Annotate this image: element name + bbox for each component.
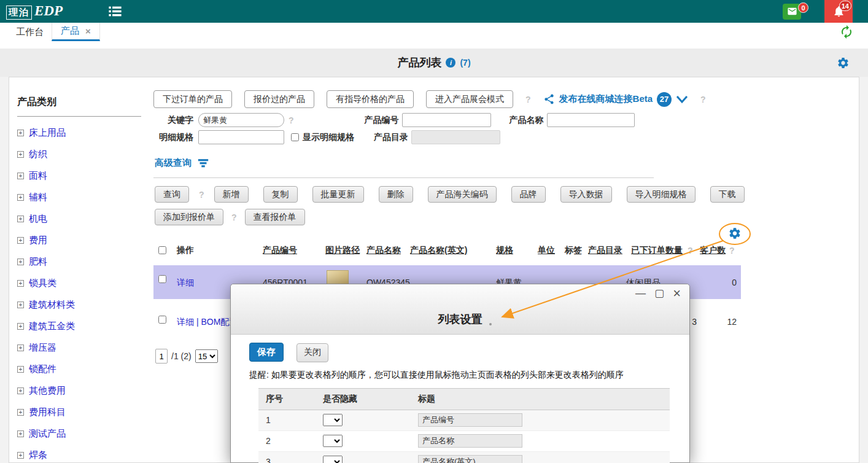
- expand-icon[interactable]: +: [17, 280, 24, 287]
- category-item[interactable]: +床上用品: [17, 122, 141, 144]
- category-link[interactable]: 床上用品: [29, 127, 66, 139]
- product-name-input[interactable]: [547, 113, 635, 127]
- download-button[interactable]: 下载: [710, 186, 745, 203]
- customs-code-button[interactable]: 产品海关编码: [428, 186, 497, 203]
- category-item[interactable]: +增压器: [17, 337, 141, 359]
- maximize-icon[interactable]: ▢: [654, 287, 664, 300]
- column-title-input[interactable]: [418, 434, 522, 448]
- expand-icon[interactable]: +: [17, 452, 24, 459]
- category-item[interactable]: +建筑材料类: [17, 294, 141, 316]
- category-item[interactable]: +焊条: [17, 445, 141, 463]
- page-settings-gear-icon[interactable]: [837, 56, 850, 71]
- expand-icon[interactable]: +: [17, 173, 24, 179]
- menu-icon[interactable]: [107, 3, 123, 20]
- brand-button[interactable]: 品牌: [511, 186, 546, 203]
- expand-icon[interactable]: +: [17, 366, 24, 373]
- expand-icon[interactable]: +: [17, 430, 24, 437]
- col-header-unit[interactable]: 单位: [538, 245, 555, 256]
- dialog-header[interactable]: — ▢ × 列表设置: [231, 284, 689, 335]
- category-link[interactable]: 建筑五金类: [29, 321, 75, 332]
- query-button[interactable]: 查询: [155, 186, 189, 203]
- category-item[interactable]: +辅料: [17, 187, 141, 208]
- col-header-catalog[interactable]: 产品目录: [588, 245, 622, 256]
- category-link[interactable]: 辅料: [29, 192, 47, 203]
- expand-icon[interactable]: +: [17, 302, 24, 308]
- tab-close-icon[interactable]: ×: [85, 26, 91, 36]
- category-link[interactable]: 增压器: [29, 342, 56, 354]
- help-icon[interactable]: ?: [289, 115, 294, 125]
- detail-spec-input[interactable]: [198, 130, 284, 144]
- online-shop-beta-link[interactable]: 发布在线商城连接Beta: [559, 93, 653, 105]
- category-link[interactable]: 其他费用: [29, 385, 66, 397]
- category-link[interactable]: 纺织: [29, 149, 47, 160]
- close-button[interactable]: 关闭: [296, 343, 328, 362]
- import-data-button[interactable]: 导入数据: [560, 186, 612, 203]
- col-header-name[interactable]: 产品名称: [366, 245, 401, 256]
- view-quote-button[interactable]: 查看报价单: [245, 209, 305, 225]
- filter-quoted-products-button[interactable]: 报价过的产品: [244, 90, 314, 108]
- keyword-input[interactable]: [198, 113, 284, 127]
- filter-guide-price-button[interactable]: 有指导价格的产品: [327, 90, 414, 108]
- category-link[interactable]: 测试产品: [29, 428, 66, 440]
- hide-column-select[interactable]: [323, 456, 343, 463]
- col-header-spec[interactable]: 规格: [496, 245, 513, 256]
- expand-icon[interactable]: +: [17, 344, 24, 351]
- category-item[interactable]: +费用科目: [17, 402, 141, 423]
- row-checkbox[interactable]: [158, 316, 166, 324]
- batch-update-button[interactable]: 批量更新: [312, 186, 364, 203]
- chevron-down-icon[interactable]: [676, 95, 688, 104]
- expand-icon[interactable]: +: [17, 259, 24, 265]
- info-icon[interactable]: i: [446, 58, 455, 68]
- tab-workbench[interactable]: 工作台: [10, 23, 50, 41]
- product-code-input[interactable]: [402, 113, 491, 127]
- show-detail-spec-checkbox[interactable]: [291, 133, 299, 141]
- refresh-icon[interactable]: [839, 25, 854, 41]
- page-number-input[interactable]: [155, 349, 168, 364]
- help-icon[interactable]: ?: [199, 190, 204, 200]
- help-icon[interactable]: ?: [700, 95, 706, 104]
- row-checkbox[interactable]: [158, 275, 166, 283]
- exhibition-mode-button[interactable]: 进入产品展会模式: [426, 90, 513, 108]
- col-header-name-en[interactable]: 产品名称(英文): [410, 245, 467, 256]
- app-logo[interactable]: 理泊 EDP: [6, 3, 63, 20]
- expand-icon[interactable]: +: [17, 409, 24, 416]
- col-header-orders[interactable]: 已下订单数量: [631, 245, 683, 256]
- advanced-query-link[interactable]: 高级查询: [155, 157, 192, 169]
- expand-icon[interactable]: +: [17, 130, 24, 136]
- share-icon[interactable]: [543, 93, 555, 105]
- table-settings-gear-icon[interactable]: [728, 227, 742, 242]
- category-link[interactable]: 焊条: [29, 449, 47, 461]
- category-link[interactable]: 费用: [29, 235, 47, 246]
- category-item[interactable]: +建筑五金类: [17, 316, 141, 337]
- row-detail-bom-link[interactable]: 详细 | BOM配置: [177, 317, 238, 328]
- save-button[interactable]: 保存: [249, 343, 284, 362]
- category-item[interactable]: +其他费用: [17, 380, 141, 402]
- minimize-icon[interactable]: —: [635, 287, 646, 300]
- copy-button[interactable]: 复制: [263, 186, 298, 203]
- category-item[interactable]: +面料: [17, 165, 141, 187]
- delete-button[interactable]: 删除: [379, 186, 413, 203]
- column-title-input[interactable]: [418, 455, 522, 463]
- hide-column-select[interactable]: [323, 414, 343, 426]
- category-item[interactable]: +锁配件: [17, 359, 141, 380]
- category-item[interactable]: +纺织: [17, 144, 141, 165]
- category-link[interactable]: 机电: [29, 213, 47, 225]
- row-detail-link[interactable]: 详细: [177, 278, 194, 289]
- expand-icon[interactable]: +: [17, 237, 24, 244]
- category-item[interactable]: +机电: [17, 208, 141, 230]
- category-link[interactable]: 锁配件: [29, 364, 56, 375]
- expand-icon[interactable]: +: [17, 323, 24, 330]
- help-icon[interactable]: ?: [688, 246, 693, 255]
- hide-column-select[interactable]: [323, 435, 343, 447]
- column-title-input[interactable]: [418, 413, 522, 427]
- category-link[interactable]: 费用科目: [29, 407, 66, 418]
- expand-icon[interactable]: +: [17, 151, 24, 158]
- help-icon[interactable]: ?: [729, 246, 735, 255]
- category-link[interactable]: 锁具类: [29, 278, 56, 289]
- add-button[interactable]: 新增: [214, 186, 249, 203]
- category-item[interactable]: +测试产品: [17, 423, 141, 445]
- col-header-code[interactable]: 产品编号: [263, 245, 297, 256]
- help-icon[interactable]: ?: [525, 95, 531, 104]
- filter-funnel-icon[interactable]: [197, 158, 209, 168]
- select-all-checkbox[interactable]: [158, 246, 166, 254]
